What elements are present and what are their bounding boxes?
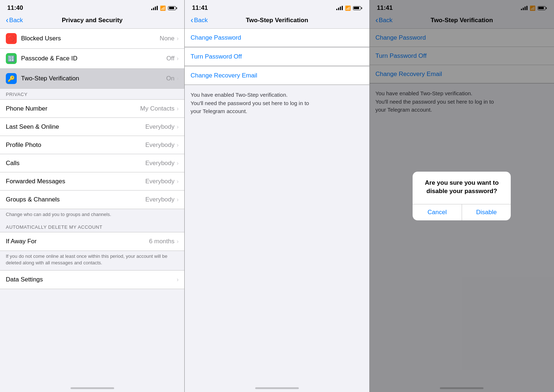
forwarded-messages-value: Everybody	[145, 178, 174, 185]
panel1: 11:40 📶 ‹ Back Privacy and Security	[0, 0, 184, 392]
alert-overlay: Are you sure you want to disable your pa…	[370, 0, 554, 392]
groups-channels-row[interactable]: Groups & Channels Everybody ›	[0, 191, 184, 209]
battery-icon-2	[353, 6, 362, 10]
data-settings-row[interactable]: Data Settings ›	[0, 271, 184, 289]
alert-cancel-button[interactable]: Cancel	[413, 204, 462, 220]
change-recovery-email-label: Change Recovery Email	[190, 72, 257, 79]
turn-password-off-label: Turn Password Off	[190, 53, 242, 60]
status-icons-2: 📶	[336, 5, 362, 11]
nav-bar-1: ‹ Back Privacy and Security	[0, 14, 184, 28]
phone-number-label: Phone Number	[6, 105, 140, 112]
signal-icon-1	[151, 6, 158, 10]
nav-title-1: Privacy and Security	[62, 17, 123, 24]
blocked-users-row[interactable]: 🚫 Blocked Users None ›	[0, 29, 184, 49]
back-chevron-2: ‹	[190, 16, 193, 24]
profile-photo-value: Everybody	[145, 141, 174, 149]
tsv-description-text-2: You have enabled Two-Step verification.Y…	[190, 92, 309, 114]
alert-title: Are you sure you want to disable your pa…	[418, 179, 505, 195]
alert-disable-button[interactable]: Disable	[462, 204, 511, 220]
data-settings-label: Data Settings	[6, 276, 177, 283]
back-chevron-1: ‹	[6, 16, 8, 24]
if-away-label: If Away For	[6, 238, 149, 245]
turn-password-off-item[interactable]: Turn Password Off	[185, 47, 369, 67]
change-password-label: Change Password	[190, 34, 241, 41]
alert-buttons: Cancel Disable	[413, 204, 511, 220]
change-recovery-email-item[interactable]: Change Recovery Email	[185, 67, 369, 85]
groups-channels-label: Groups & Channels	[6, 196, 145, 203]
panel2: 11:41 📶 ‹ Back Two-Step Verification	[185, 0, 369, 392]
blocked-users-label: Blocked Users	[21, 35, 160, 42]
status-time-1: 11:40	[7, 4, 23, 12]
groups-note: Change who can add you to groups and cha…	[0, 209, 184, 221]
calls-value: Everybody	[145, 160, 174, 167]
tsv-description-2: You have enabled Two-Step verification.Y…	[185, 85, 369, 121]
alert-cancel-label: Cancel	[427, 209, 447, 216]
blocked-users-chevron: ›	[177, 35, 178, 42]
status-bar-1: 11:40 📶	[0, 0, 184, 14]
calls-row[interactable]: Calls Everybody ›	[0, 154, 184, 172]
tsv-menu-section: Change Password Turn Password Off Change…	[185, 28, 369, 85]
alert-disable-label: Disable	[476, 209, 497, 216]
auto-delete-label: AUTOMATICALLY DELETE MY ACCOUNT	[0, 221, 184, 232]
panel3: 11:41 📶 ‹ Ba	[370, 0, 554, 392]
passcode-chevron: ›	[177, 55, 178, 62]
back-button-2[interactable]: ‹ Back	[190, 16, 208, 24]
status-icons-1: 📶	[151, 5, 177, 11]
security-section: 🚫 Blocked Users None › 🔢 Passcode & Face…	[0, 28, 184, 89]
last-seen-value: Everybody	[145, 123, 174, 131]
nav-title-2: Two-Step Verification	[246, 17, 308, 24]
battery-icon-1	[168, 6, 177, 10]
passcode-value: Off	[166, 55, 174, 62]
status-time-2: 11:41	[192, 4, 208, 12]
back-button-1[interactable]: ‹ Back	[6, 16, 23, 24]
auto-delete-section: If Away For 6 months ›	[0, 232, 184, 251]
two-step-row[interactable]: 🔑 Two-Step Verification On ›	[0, 69, 184, 88]
wifi-icon-1: 📶	[160, 5, 166, 11]
nav-bar-2: ‹ Back Two-Step Verification	[185, 14, 369, 28]
profile-photo-row[interactable]: Profile Photo Everybody ›	[0, 136, 184, 154]
privacy-section-label: PRIVACY	[0, 89, 184, 99]
if-away-row[interactable]: If Away For 6 months ›	[0, 232, 184, 251]
two-step-value: On	[166, 75, 174, 82]
two-step-icon: 🔑	[6, 73, 17, 84]
home-indicator-1	[71, 387, 114, 389]
privacy-section: Phone Number My Contacts › Last Seen & O…	[0, 99, 184, 209]
wifi-icon-2: 📶	[345, 5, 351, 11]
forwarded-messages-label: Forwarded Messages	[6, 178, 145, 185]
passcode-icon: 🔢	[6, 53, 17, 64]
home-indicator-2	[255, 387, 299, 389]
signal-icon-2	[336, 6, 343, 10]
passcode-label: Passcode & Face ID	[21, 55, 166, 62]
alert-content: Are you sure you want to disable your pa…	[413, 172, 511, 204]
back-label-2: Back	[194, 17, 208, 24]
two-step-chevron: ›	[177, 75, 178, 82]
back-label-1: Back	[9, 17, 23, 24]
status-bar-2: 11:41 📶	[185, 0, 369, 14]
turn-password-off-inner: Turn Password Off	[185, 48, 369, 66]
last-seen-row[interactable]: Last Seen & Online Everybody ›	[0, 118, 184, 136]
calls-label: Calls	[6, 160, 145, 167]
forwarded-messages-row[interactable]: Forwarded Messages Everybody ›	[0, 172, 184, 191]
alert-dialog: Are you sure you want to disable your pa…	[413, 172, 511, 220]
last-seen-label: Last Seen & Online	[6, 123, 145, 131]
two-step-label: Two-Step Verification	[21, 75, 166, 82]
auto-delete-note: If you do not come online at least once …	[0, 251, 184, 270]
profile-photo-label: Profile Photo	[6, 141, 145, 149]
groups-channels-value: Everybody	[145, 196, 174, 203]
blocked-users-value: None	[160, 35, 174, 42]
passcode-row[interactable]: 🔢 Passcode & Face ID Off ›	[0, 49, 184, 69]
change-password-item[interactable]: Change Password	[185, 29, 369, 47]
phone-number-value: My Contacts	[140, 105, 174, 112]
if-away-value: 6 months	[149, 238, 174, 245]
phone-number-row[interactable]: Phone Number My Contacts ›	[0, 100, 184, 118]
data-settings-section: Data Settings ›	[0, 270, 184, 289]
blocked-icon: 🚫	[6, 33, 17, 44]
